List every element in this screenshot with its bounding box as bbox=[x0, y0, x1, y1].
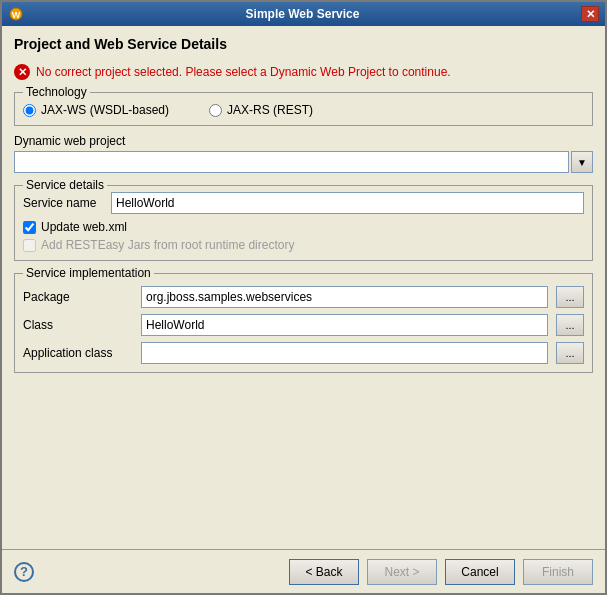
package-browse-button[interactable]: ... bbox=[556, 286, 584, 308]
application-class-input[interactable] bbox=[141, 342, 548, 364]
dynamic-web-project-label: Dynamic web project bbox=[14, 134, 593, 148]
application-class-row: Application class ... bbox=[23, 342, 584, 364]
spacer bbox=[14, 381, 593, 539]
jax-ws-label: JAX-WS (WSDL-based) bbox=[41, 103, 169, 117]
back-button[interactable]: < Back bbox=[289, 559, 359, 585]
next-button[interactable]: Next > bbox=[367, 559, 437, 585]
jax-ws-radio[interactable] bbox=[23, 104, 36, 117]
help-button[interactable]: ? bbox=[14, 562, 34, 582]
application-class-label: Application class bbox=[23, 346, 133, 360]
update-web-xml-label: Update web.xml bbox=[41, 220, 127, 234]
page-title: Project and Web Service Details bbox=[14, 36, 593, 56]
service-implementation-label: Service implementation bbox=[23, 266, 154, 280]
class-browse-button[interactable]: ... bbox=[556, 314, 584, 336]
dynamic-web-project-section: Dynamic web project ▼ bbox=[14, 134, 593, 173]
add-resteasy-checkbox[interactable] bbox=[23, 239, 36, 252]
finish-button[interactable]: Finish bbox=[523, 559, 593, 585]
add-resteasy-row[interactable]: Add RESTEasy Jars from root runtime dire… bbox=[23, 238, 584, 252]
jax-rs-label: JAX-RS (REST) bbox=[227, 103, 313, 117]
window-title: Simple Web Service bbox=[24, 7, 581, 21]
add-resteasy-label: Add RESTEasy Jars from root runtime dire… bbox=[41, 238, 294, 252]
dynamic-web-project-input[interactable] bbox=[14, 151, 569, 173]
cancel-button[interactable]: Cancel bbox=[445, 559, 515, 585]
package-label: Package bbox=[23, 290, 133, 304]
update-web-xml-row[interactable]: Update web.xml bbox=[23, 220, 584, 234]
jax-rs-radio[interactable] bbox=[209, 104, 222, 117]
service-name-input[interactable] bbox=[111, 192, 584, 214]
error-message: No correct project selected. Please sele… bbox=[36, 65, 451, 79]
window: W Simple Web Service ✕ Project and Web S… bbox=[0, 0, 607, 595]
service-details-label: Service details bbox=[23, 178, 107, 192]
svg-text:W: W bbox=[12, 10, 21, 20]
package-input[interactable] bbox=[141, 286, 548, 308]
dynamic-web-project-dropdown[interactable]: ▼ bbox=[571, 151, 593, 173]
service-implementation-group: Service implementation Package ... Class… bbox=[14, 273, 593, 373]
class-row: Class ... bbox=[23, 314, 584, 336]
title-bar: W Simple Web Service ✕ bbox=[2, 2, 605, 26]
error-icon: ✕ bbox=[14, 64, 30, 80]
error-row: ✕ No correct project selected. Please se… bbox=[14, 64, 593, 80]
content-area: Project and Web Service Details ✕ No cor… bbox=[2, 26, 605, 549]
package-row: Package ... bbox=[23, 286, 584, 308]
dynamic-web-project-combo: ▼ bbox=[14, 151, 593, 173]
technology-radio-row: JAX-WS (WSDL-based) JAX-RS (REST) bbox=[23, 99, 584, 117]
class-label: Class bbox=[23, 318, 133, 332]
service-details-group: Service details Service name Update web.… bbox=[14, 185, 593, 261]
service-name-row: Service name bbox=[23, 192, 584, 214]
service-name-label: Service name bbox=[23, 196, 103, 210]
jax-rs-option[interactable]: JAX-RS (REST) bbox=[209, 103, 313, 117]
update-web-xml-checkbox[interactable] bbox=[23, 221, 36, 234]
application-class-browse-button[interactable]: ... bbox=[556, 342, 584, 364]
technology-group: Technology JAX-WS (WSDL-based) JAX-RS (R… bbox=[14, 92, 593, 126]
window-icon: W bbox=[8, 6, 24, 22]
class-input[interactable] bbox=[141, 314, 548, 336]
close-button[interactable]: ✕ bbox=[581, 6, 599, 22]
technology-group-label: Technology bbox=[23, 85, 90, 99]
jax-ws-option[interactable]: JAX-WS (WSDL-based) bbox=[23, 103, 169, 117]
bottom-bar: ? < Back Next > Cancel Finish bbox=[2, 549, 605, 593]
